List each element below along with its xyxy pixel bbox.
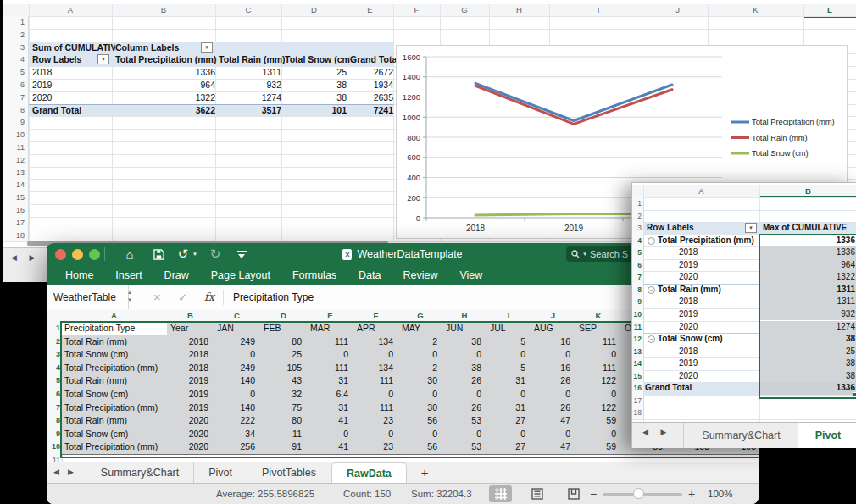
zoom-level[interactable]: 100%	[708, 484, 732, 504]
pivot-column-header[interactable]: Total Rain (mm)	[215, 53, 285, 66]
table-data-cell[interactable]: 47	[531, 414, 576, 429]
pivot-value-cell[interactable]: 1336	[759, 235, 856, 247]
row-header-10[interactable]: 10	[3, 129, 29, 141]
table-data-cell[interactable]: 2020	[167, 414, 214, 429]
table-data-cell[interactable]: 16	[531, 362, 576, 376]
column-header-K[interactable]: K	[575, 310, 621, 322]
table-data-cell[interactable]: 111	[353, 374, 399, 389]
table-data-cell[interactable]: 0	[531, 348, 576, 363]
close-window-button[interactable]	[55, 249, 66, 260]
row-header-16[interactable]: 16	[3, 204, 29, 217]
pivot-value-header[interactable]: Max of CUMULATIVE	[759, 222, 856, 235]
sheet-nav-right-icon[interactable]: ▶	[660, 423, 666, 441]
table-data-cell[interactable]: 0	[531, 388, 576, 402]
row-labels-filter-icon[interactable]: ▼	[745, 223, 757, 233]
pivot-value-cell[interactable]: 25	[759, 346, 856, 358]
table-data-cell[interactable]: 0	[575, 348, 622, 363]
sheet-tab-summary-and-chart[interactable]: Summary&Chart	[683, 423, 798, 448]
pivot-row-label[interactable]: Total Snow (cm)	[643, 333, 774, 346]
pivot-value-cell[interactable]: 7241	[347, 104, 398, 117]
table-data-cell[interactable]: Total Precipitation (mm)	[61, 440, 168, 455]
pivot-value-cell[interactable]: 1311	[215, 66, 286, 79]
table-data-cell[interactable]: 0	[486, 428, 531, 442]
table-data-cell[interactable]: 2018	[167, 362, 214, 376]
table-data-cell[interactable]: 30	[398, 402, 443, 416]
table-data-cell[interactable]: 0	[353, 388, 399, 402]
row-header-11[interactable]: 11	[632, 321, 644, 334]
table-data-cell[interactable]: 26	[442, 402, 487, 416]
column-header-A[interactable]: A	[61, 310, 167, 322]
table-data-cell[interactable]: 222	[214, 414, 261, 429]
row-header-16[interactable]: 16	[632, 382, 644, 395]
table-data-cell[interactable]: Total Rain (mm)	[61, 374, 168, 389]
row-header-11[interactable]: 11	[3, 141, 29, 154]
row-header-8[interactable]: 8	[3, 104, 29, 117]
table-data-cell[interactable]: 0	[398, 388, 443, 402]
table-data-cell[interactable]: 0	[442, 348, 487, 363]
ribbon-collapse-icon[interactable]	[235, 243, 248, 265]
column-header-G[interactable]: G	[440, 4, 489, 17]
table-data-cell[interactable]: 111	[575, 362, 622, 376]
ribbon-tab-home[interactable]: Home	[65, 269, 93, 281]
column-header-J[interactable]: J	[648, 4, 708, 17]
select-all-corner[interactable]	[3, 4, 29, 17]
pivot-value-cell[interactable]: 2635	[347, 91, 398, 104]
insert-function-icon[interactable]: fx	[204, 285, 214, 309]
sheet-tab-pivot[interactable]: Pivot	[798, 423, 856, 448]
pivot-value-cell[interactable]: 38	[281, 91, 352, 104]
table-header-cell[interactable]: Year	[167, 322, 214, 336]
row-header-4[interactable]: 4	[3, 53, 29, 66]
table-data-cell[interactable]: 30	[398, 374, 443, 389]
pivot-value-cell[interactable]: 932	[759, 308, 856, 321]
table-data-cell[interactable]: 0	[486, 388, 531, 402]
table-data-cell[interactable]: 2018	[167, 335, 214, 350]
row-header-6[interactable]: 6	[632, 259, 644, 272]
table-data-cell[interactable]: 0	[575, 428, 622, 442]
table-data-cell[interactable]: 56	[398, 414, 443, 429]
table-data-cell[interactable]: 91	[260, 440, 308, 455]
pivot-value-cell[interactable]: 3517	[215, 104, 286, 117]
pivot-value-cell[interactable]: 1934	[347, 79, 398, 91]
row-header-4[interactable]: 4	[632, 235, 644, 247]
table-data-cell[interactable]: 26	[531, 374, 576, 389]
row-header-3[interactable]: 3	[3, 42, 29, 54]
table-data-cell[interactable]: 111	[307, 335, 354, 350]
table-data-cell[interactable]: 2020	[167, 440, 214, 455]
undo-dropdown-icon[interactable]: ▼	[191, 243, 199, 265]
collapse-group-icon[interactable]: −	[648, 237, 655, 245]
collapse-group-icon[interactable]: −	[648, 335, 655, 343]
pivot-value-cell[interactable]: 1322	[759, 271, 856, 284]
row-header-8[interactable]: 8	[632, 284, 644, 296]
ribbon-tab-draw[interactable]: Draw	[164, 269, 189, 281]
column-labels-filter-icon[interactable]: ▼	[201, 42, 213, 53]
table-data-cell[interactable]: 134	[353, 335, 399, 350]
row-header-13[interactable]: 13	[632, 346, 644, 358]
table-data-cell[interactable]: 59	[575, 414, 622, 429]
row-header-15[interactable]: 15	[3, 191, 29, 204]
table-data-cell[interactable]: 111	[307, 362, 354, 376]
pivot-value-cell[interactable]: 38	[759, 357, 856, 370]
table-data-cell[interactable]: 0	[307, 348, 354, 363]
table-header-cell[interactable]: JUL	[486, 322, 531, 336]
row-header-1[interactable]: 1	[632, 197, 644, 210]
table-data-cell[interactable]: 75	[260, 402, 308, 416]
table-data-cell[interactable]: 0	[486, 348, 531, 363]
row-header-9[interactable]: 9	[632, 296, 644, 308]
table-data-cell[interactable]: 0	[307, 428, 354, 442]
pivot-value-cell[interactable]: 1336	[112, 66, 220, 79]
pivot-column-header[interactable]: Total Snow (cm)	[281, 53, 350, 66]
pivot-value-cell[interactable]: 1336	[759, 246, 856, 259]
pivot-value-cell[interactable]: 1311	[759, 296, 856, 308]
table-data-cell[interactable]: 47	[531, 440, 576, 455]
column-header-I[interactable]: I	[549, 4, 648, 17]
row-header-2[interactable]: 2	[632, 210, 644, 223]
row-header-18[interactable]: 18	[632, 407, 644, 419]
table-data-cell[interactable]: 0	[442, 428, 487, 442]
pivot-value-cell[interactable]: 1322	[112, 91, 220, 104]
select-all-corner[interactable]	[632, 185, 643, 197]
table-data-cell[interactable]: 111	[353, 402, 399, 416]
table-data-cell[interactable]: 80	[260, 414, 308, 429]
ribbon-tab-view[interactable]: View	[459, 269, 482, 281]
table-data-cell[interactable]: 2018	[167, 348, 214, 363]
ribbon-tab-page-layout[interactable]: Page Layout	[211, 269, 270, 281]
